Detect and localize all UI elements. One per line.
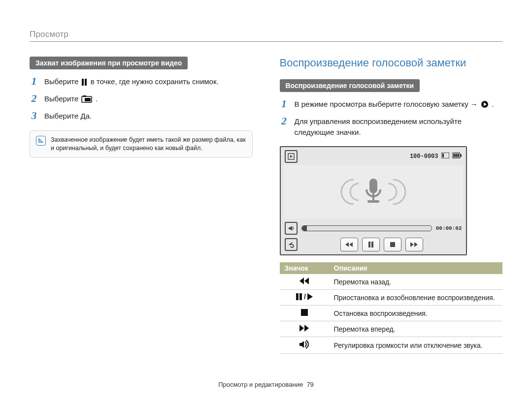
svg-rect-1 [85, 79, 87, 86]
pause-icon [81, 78, 87, 89]
step-body: В режиме просмотра выберите голосовую за… [295, 98, 503, 111]
step-body: Для управления воспроизведением использу… [295, 115, 503, 138]
player-stop-button[interactable] [384, 238, 401, 251]
rewind-icon [280, 274, 329, 290]
svg-rect-18 [367, 200, 379, 203]
capture-icon [81, 95, 92, 106]
svg-rect-29 [296, 293, 299, 300]
table-row: / Приостановка и возобновление воспроизв… [280, 290, 503, 306]
footer-page: 79 [306, 381, 313, 388]
player-time: 00:00:02 [436, 225, 462, 231]
svg-rect-16 [369, 179, 377, 193]
left-column: Захват изображения при просмотре видео 1… [30, 57, 253, 354]
player-pause-button[interactable] [362, 238, 380, 251]
info-note: Захваченное изображение будет иметь тако… [30, 130, 253, 158]
svg-marker-28 [304, 278, 309, 284]
svg-text:/: / [304, 293, 306, 301]
svg-marker-20 [345, 242, 349, 247]
svg-marker-36 [299, 341, 304, 348]
player-visual [284, 165, 463, 219]
svg-rect-22 [368, 242, 370, 247]
table-desc: Перемотка вперед. [329, 321, 503, 337]
left-step-header: Захват изображения при просмотре видео [30, 57, 188, 69]
svg-marker-25 [410, 242, 414, 247]
section-title: Просмотр [30, 30, 502, 39]
right-column: Воспроизведение голосовой заметки Воспро… [280, 57, 503, 354]
table-row: Регулировка громкости или отключение зву… [280, 337, 503, 354]
player-file-counter: 100-0003 [410, 153, 438, 160]
right-title: Воспроизведение голосовой заметки [280, 57, 503, 69]
step-number: 1 [30, 75, 38, 87]
table-desc: Приостановка и возобновление воспроизвед… [329, 290, 503, 306]
battery-icon [452, 153, 462, 160]
voice-memo-player: 100-0003 [280, 146, 467, 255]
svg-rect-14 [457, 154, 459, 157]
svg-marker-8 [290, 155, 293, 158]
svg-rect-13 [455, 154, 457, 157]
stop-icon [280, 306, 329, 321]
svg-marker-35 [304, 325, 309, 332]
table-desc: Перемотка назад. [329, 274, 503, 290]
table-row: Перемотка вперед. [280, 321, 503, 337]
svg-rect-3 [83, 95, 86, 97]
table-desc: Остановка воспроизведения. [329, 306, 503, 321]
icon-legend-table: Значок Описание Перемотка назад. [280, 262, 503, 354]
right-step-header: Воспроизведение голосовой заметки [280, 79, 420, 92]
table-row: Перемотка назад. [280, 274, 503, 290]
step-body: Выберите . [44, 93, 253, 106]
svg-rect-12 [453, 154, 455, 157]
forward-icon [280, 321, 329, 337]
step-number: 2 [280, 115, 289, 127]
player-status: 100-0003 [410, 153, 462, 160]
player-volume-button[interactable] [285, 222, 298, 235]
svg-marker-32 [307, 293, 313, 300]
left-steps: 1 Выберите в точке, где нужно сохранить … [30, 75, 253, 122]
player-back-button[interactable] [285, 238, 298, 251]
svg-rect-10 [442, 154, 444, 157]
right-steps: 1 В режиме просмотра выберите голосовую … [280, 98, 503, 137]
pause-play-icon: / [280, 290, 329, 306]
player-rewind-button[interactable] [340, 238, 358, 251]
svg-rect-23 [371, 242, 373, 247]
table-row: Остановка воспроизведения. [280, 306, 503, 321]
section-divider [30, 41, 502, 42]
footer-chapter: Просмотр и редактирование [218, 381, 303, 388]
player-forward-button[interactable] [405, 238, 423, 251]
step-number: 1 [280, 98, 289, 110]
svg-rect-33 [301, 309, 308, 316]
svg-marker-27 [299, 278, 304, 284]
step-body: Выберите Да. [44, 110, 253, 122]
volume-icon [280, 337, 329, 354]
table-header-desc: Описание [329, 262, 503, 274]
step-body: Выберите в точке, где нужно сохранить сн… [44, 75, 253, 89]
svg-marker-26 [414, 242, 418, 247]
step-number: 3 [30, 110, 38, 122]
svg-rect-24 [390, 242, 395, 247]
svg-marker-34 [299, 325, 304, 332]
info-note-text: Захваченное изображение будет иметь тако… [51, 136, 246, 153]
info-icon [36, 136, 46, 146]
player-mode-icon [285, 150, 298, 163]
svg-rect-15 [460, 154, 462, 157]
table-desc: Регулировка громкости или отключение зву… [329, 337, 503, 354]
svg-marker-19 [289, 226, 292, 231]
page-footer: Просмотр и редактирование 79 [0, 381, 532, 388]
svg-rect-0 [82, 79, 84, 86]
svg-marker-21 [349, 242, 353, 247]
step-number: 2 [30, 93, 38, 104]
play-circle-icon [481, 100, 489, 111]
svg-rect-30 [299, 293, 302, 300]
player-progress-bar[interactable] [301, 225, 432, 231]
svg-rect-4 [85, 98, 91, 101]
table-header-icon: Значок [280, 262, 329, 274]
memory-icon [441, 153, 449, 160]
